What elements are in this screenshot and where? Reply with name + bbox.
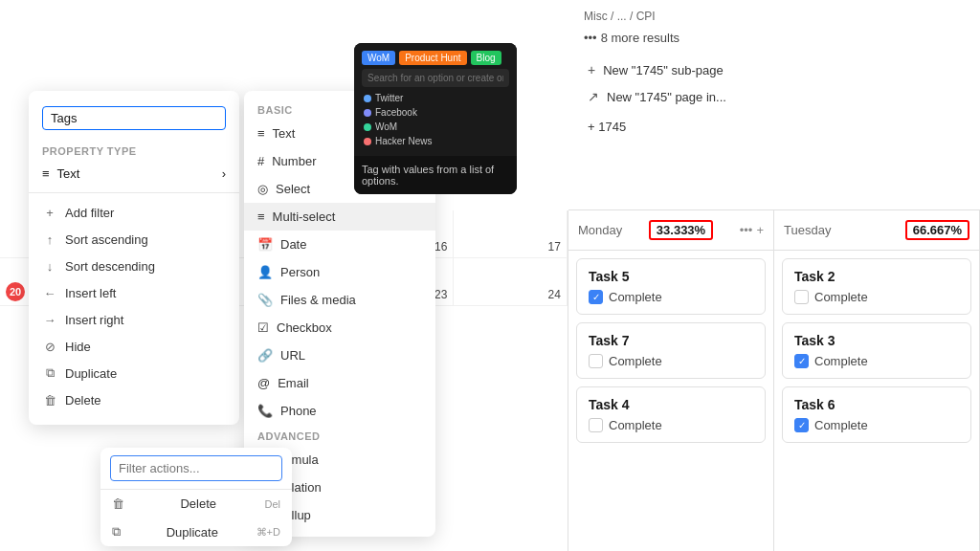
result-plus-icon: +	[588, 62, 595, 77]
insert-right-item[interactable]: → Insert right	[29, 306, 239, 333]
sort-desc-icon: ↓	[42, 258, 57, 274]
task-5-complete-row: Complete	[589, 290, 753, 304]
property-type-section-label: PROPERTY TYPE	[29, 140, 239, 161]
hide-item[interactable]: ⊘ Hide	[29, 333, 239, 360]
checkbox-icon: ☑	[257, 320, 269, 335]
type-multiselect[interactable]: ≡ Multi-select	[244, 203, 435, 231]
multiselect-icon: ≡	[257, 209, 265, 224]
task-6-checkbox[interactable]	[794, 418, 809, 432]
insert-left-icon: ←	[42, 285, 57, 300]
monday-plus[interactable]: +	[756, 223, 764, 237]
monday-column: Monday 33.333% ••• + Task 5 Complete Tas…	[568, 210, 774, 551]
filter-actions-input[interactable]	[110, 455, 282, 481]
type-files-label: Files & media	[280, 293, 356, 307]
type-checkbox-label: Checkbox	[277, 320, 332, 335]
sort-asc-icon: ↑	[42, 231, 57, 247]
tuesday-header: Tuesday 66.667%	[774, 210, 979, 251]
email-icon: @	[257, 376, 270, 390]
tuesday-column: Tuesday 66.667% Task 2 Complete Task 3 C…	[774, 210, 980, 551]
divider-1	[29, 192, 239, 193]
task-2-complete-label: Complete	[814, 290, 868, 304]
facebook-dot	[364, 109, 371, 117]
tag-option-hn-label: Hacker News	[375, 136, 432, 146]
result-arrow-icon: ↗	[588, 89, 599, 104]
property-name-input[interactable]	[42, 106, 226, 130]
task-7-checkbox[interactable]	[589, 354, 603, 368]
task-card-2[interactable]: Task 2 Complete	[782, 258, 971, 315]
task-4-complete-row: Complete	[589, 418, 753, 432]
task-card-3[interactable]: Task 3 Complete	[782, 322, 971, 379]
monday-dots[interactable]: •••	[740, 223, 753, 237]
type-files[interactable]: 📎 Files & media	[244, 286, 435, 314]
tag-popup-preview: WoM Product Hunt Blog Twitter Facebook W…	[354, 43, 517, 156]
type-person-label: Person	[280, 265, 320, 279]
task-5-checkbox[interactable]	[589, 290, 603, 304]
sort-ascending-item[interactable]: ↑ Sort ascending	[29, 226, 239, 253]
type-email-label: Email	[278, 376, 309, 390]
add-filter-icon: +	[42, 205, 57, 220]
monday-actions: ••• +	[740, 223, 764, 237]
result-new-subpage[interactable]: + New "1745" sub-page	[584, 56, 965, 83]
filter-duplicate-icon: ⧉	[112, 524, 121, 540]
filter-duplicate-shortcut: ⌘+D	[256, 526, 280, 539]
task-3-checkbox[interactable]	[794, 354, 809, 368]
task-2-checkbox[interactable]	[794, 290, 809, 304]
type-text-label: Text	[273, 126, 296, 141]
tag-option-facebook: Facebook	[362, 105, 509, 120]
tag-search-input[interactable]	[362, 69, 509, 87]
type-multiselect-label: Multi-select	[273, 209, 336, 224]
add-filter-item[interactable]: + Add filter	[29, 199, 239, 226]
calendar-grid-right: Monday 33.333% ••• + Task 5 Complete Tas…	[568, 210, 980, 551]
sort-descending-item[interactable]: ↓ Sort descending	[29, 253, 239, 279]
task-7-complete-row: Complete	[589, 354, 753, 368]
task-card-7[interactable]: Task 7 Complete	[576, 322, 766, 379]
task-5-title: Task 5	[589, 269, 753, 284]
type-date[interactable]: 📅 Date	[244, 231, 435, 258]
task-4-complete-label: Complete	[609, 418, 662, 432]
task-6-complete-row: Complete	[794, 418, 959, 432]
number-icon: #	[257, 154, 264, 168]
duplicate-item[interactable]: ⧉ Duplicate	[29, 360, 239, 386]
property-panel-header	[29, 102, 239, 140]
tag-option-wom: WoM	[362, 120, 509, 134]
result-new-page-in[interactable]: ↗ New "1745" page in...	[584, 83, 965, 110]
filter-delete-item[interactable]: 🗑 Delete Del	[100, 490, 292, 518]
tag-option-wom-label: WoM	[375, 121, 397, 132]
type-left: ≡ Text	[42, 166, 79, 181]
type-person[interactable]: 👤 Person	[244, 258, 435, 286]
person-icon: 👤	[257, 265, 273, 279]
task-card-6[interactable]: Task 6 Complete	[782, 386, 971, 443]
result-page-in-label: New "1745" page in...	[607, 90, 726, 104]
property-type-row[interactable]: ≡ Text ›	[29, 161, 239, 187]
type-number-label: Number	[272, 154, 316, 168]
date-23: 23	[434, 288, 447, 301]
insert-left-item[interactable]: ← Insert left	[29, 279, 239, 306]
task-5-complete-label: Complete	[609, 290, 662, 304]
task-3-complete-row: Complete	[794, 354, 959, 368]
type-checkbox[interactable]: ☑ Checkbox	[244, 314, 435, 342]
filter-duplicate-item[interactable]: ⧉ Duplicate ⌘+D	[100, 518, 292, 546]
number-entry-text: + 1745	[588, 120, 626, 134]
task-6-complete-label: Complete	[814, 418, 868, 432]
delete-item[interactable]: 🗑 Delete	[29, 386, 239, 413]
task-card-4[interactable]: Task 4 Complete	[576, 386, 766, 443]
type-url[interactable]: 🔗 URL	[244, 342, 435, 369]
task-card-5[interactable]: Task 5 Complete	[576, 258, 766, 315]
date-icon: 📅	[257, 237, 273, 252]
task-4-checkbox[interactable]	[589, 418, 603, 432]
type-phone[interactable]: 📞 Phone	[244, 397, 435, 425]
phone-icon: 📞	[257, 404, 273, 418]
type-phone-label: Phone	[280, 404, 317, 418]
wom-dot	[364, 123, 371, 131]
task-4-title: Task 4	[589, 397, 753, 412]
filter-delete-icon: 🗑	[112, 496, 124, 511]
add-filter-label: Add filter	[65, 206, 114, 220]
tuesday-percent: 66.667%	[905, 220, 969, 240]
type-email[interactable]: @ Email	[244, 369, 435, 397]
tag-wom: WoM	[362, 51, 395, 65]
advanced-section-label: ADVANCED	[244, 425, 435, 446]
more-results-row: ••• 8 more results	[584, 31, 965, 45]
type-select-label: Select	[276, 182, 310, 196]
delete-icon: 🗑	[42, 392, 57, 408]
hn-dot	[364, 138, 371, 145]
